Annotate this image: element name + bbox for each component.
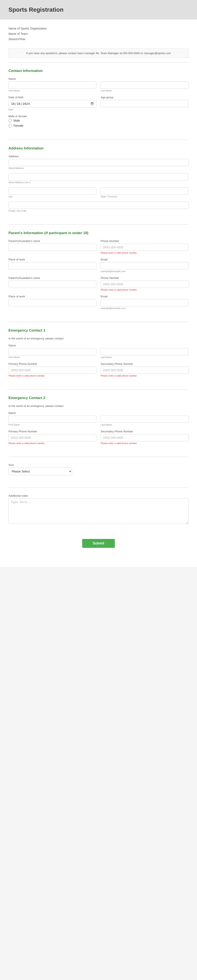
female-option[interactable]: Female <box>8 124 189 127</box>
parent2-phone-input[interactable] <box>101 281 189 288</box>
city-input[interactable] <box>8 188 96 195</box>
state-col: State / Province <box>101 188 189 198</box>
parent2-work-input[interactable] <box>8 299 96 306</box>
parent1-name-label: Parent's/Guardian's name <box>8 239 96 243</box>
emergency2-primary-col: Primary Phone Number Please enter a vali… <box>8 430 96 444</box>
emergency1-lastname-col: Last Name <box>101 348 189 358</box>
street2-input[interactable] <box>8 173 189 180</box>
first-name-input[interactable] <box>8 81 96 89</box>
org-info: Name of Sports Organization Name of Team… <box>0 24 197 46</box>
female-label: Female <box>14 124 24 127</box>
city-col: City <box>8 188 96 198</box>
emergency2-primary-label: Primary Phone Number <box>8 430 96 433</box>
emergency1-firstname-input[interactable] <box>8 348 96 355</box>
emergency2-firstname-label: First Name <box>8 423 96 426</box>
emergency1-firstname-label: First Name <box>8 356 96 358</box>
parent1-email-sublabel: example@example.com <box>101 270 189 272</box>
parent1-email-input[interactable] <box>101 262 189 269</box>
last-name-col: Last Name <box>101 81 189 92</box>
emergency1-secondary-error: Please enter a valid phone number. <box>101 374 189 377</box>
size-label: Size <box>8 463 189 466</box>
emergency2-note: In the event of an emergency, please con… <box>8 404 189 407</box>
parent2-phone-error: Please enter a valid phone number. <box>101 288 189 291</box>
submit-button[interactable]: Submit <box>82 539 115 548</box>
last-name-label: Last Name <box>101 89 189 92</box>
emergency1-secondary-col: Secondary Phone Number Please enter a va… <box>101 362 189 377</box>
gender-label: Male or female <box>8 115 189 118</box>
dob-sublabel: Date <box>8 108 96 111</box>
parent1-phone-error: Please enter a valid phone number. <box>101 251 189 254</box>
team-name: Name of Team <box>8 31 189 37</box>
parent1-name-col: Parent's/Guardian's name <box>8 239 96 254</box>
divider-2 <box>8 140 189 140</box>
parent2-email-sublabel: example@example.com <box>101 307 189 309</box>
emergency2-lastname-input[interactable] <box>101 415 189 423</box>
parent2-name-input[interactable] <box>8 281 96 288</box>
parent1-work-input[interactable] <box>8 262 96 269</box>
org-name: Name of Sports Organization <box>8 26 189 31</box>
emergency1-lastname-input[interactable] <box>101 348 189 355</box>
emergency1-title: Emergency Contact 1 <box>8 328 189 332</box>
gender-field-group: Male or female Male Female <box>8 115 189 127</box>
parent1-email-col: Email example@example.com <box>101 258 189 272</box>
male-option[interactable]: Male <box>8 119 189 122</box>
parent1-work-label: Place of work <box>8 258 96 261</box>
parent2-phone-label: Phone Number <box>101 276 189 280</box>
street-address-input[interactable] <box>8 159 189 166</box>
name-field-group: Name First Name Last Name <box>8 77 189 92</box>
size-select[interactable]: Please Select XS S M L XL XXL <box>8 468 72 475</box>
emergency1-secondary-input[interactable] <box>101 367 189 374</box>
notes-textarea[interactable] <box>8 498 189 524</box>
notes-field-group: Additional notes <box>8 494 189 525</box>
city-label: City <box>8 195 96 198</box>
contact-note: If you have any questions, please contac… <box>8 48 189 58</box>
street2-field-group: Street Address Line 2 <box>8 173 189 184</box>
notes-label: Additional notes <box>8 494 189 497</box>
emergency1-lastname-label: Last Name <box>101 356 189 358</box>
female-radio[interactable] <box>8 124 12 127</box>
emergency2-secondary-input[interactable] <box>101 434 189 441</box>
parent2-name-label: Parent's/Guardian's name <box>8 276 96 280</box>
size-field-group: Size Please Select XS S M L XL XXL <box>8 463 189 475</box>
parents-info-section: Parent's Information (if participant is … <box>0 229 197 318</box>
parent1-name-input[interactable] <box>8 244 96 251</box>
emergency1-name-group: Name First Name Last Name <box>8 344 189 358</box>
emergency2-firstname-input[interactable] <box>8 415 96 423</box>
emergency2-name-group: Name First Name Last Name <box>8 411 189 426</box>
emergency1-section: Emergency Contact 1 In the event of an e… <box>0 326 197 385</box>
emergency2-secondary-col: Secondary Phone Number Please enter a va… <box>101 430 189 444</box>
parents-info-title: Parent's Information (if participant is … <box>8 231 189 235</box>
size-section: Size Please Select XS S M L XL XXL <box>0 461 197 483</box>
age-group-input[interactable] <box>101 100 189 107</box>
emergency2-section: Emergency Contact 2 In the event of an e… <box>0 394 197 453</box>
emergency2-lastname-label: Last Name <box>101 423 189 426</box>
parent2-work-label: Place of work <box>8 295 96 298</box>
dob-input[interactable] <box>8 100 96 108</box>
season-year: Season/Year <box>8 37 189 42</box>
contact-info-title: Contact Information <box>8 69 189 73</box>
address-label-group: Address Street Address <box>8 155 189 169</box>
street2-label: Street Address Line 2 <box>8 181 189 184</box>
divider-1 <box>8 62 189 62</box>
last-name-input[interactable] <box>101 81 189 89</box>
parent1-phone-input[interactable] <box>101 244 189 251</box>
male-radio[interactable] <box>8 119 12 122</box>
page-title: Sports Registration <box>8 6 189 13</box>
first-name-col: First Name <box>8 81 96 92</box>
gender-radio-group: Male Female <box>8 119 189 127</box>
state-label: State / Province <box>101 195 189 198</box>
parent2-email-input[interactable] <box>101 299 189 306</box>
parent1-work-col: Place of work <box>8 258 96 272</box>
address-info-title: Address Information <box>8 146 189 151</box>
parent2-phone-col: Phone Number Please enter a valid phone … <box>101 276 189 291</box>
emergency2-name-fieldlabel: Name <box>8 411 189 415</box>
emergency2-primary-input[interactable] <box>8 434 96 441</box>
emergency1-primary-label: Primary Phone Number <box>8 362 96 366</box>
state-input[interactable] <box>101 188 189 195</box>
postal-input[interactable] <box>8 202 189 209</box>
street-label: Street Address <box>8 167 189 169</box>
emergency1-primary-input[interactable] <box>8 367 96 374</box>
parent2-email-col: Email example@example.com <box>101 295 189 309</box>
dob-col: Date of birth Date <box>8 96 96 111</box>
contact-info-section: Contact Information Name First Name Last… <box>0 67 197 135</box>
